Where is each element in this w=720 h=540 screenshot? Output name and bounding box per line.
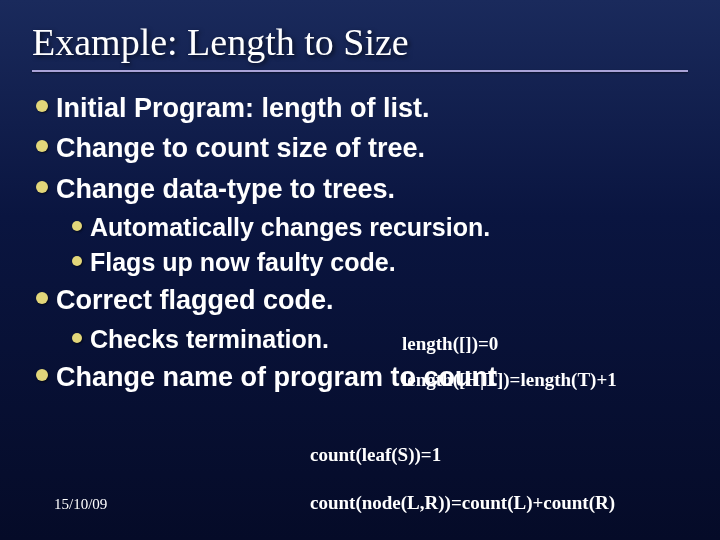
bullet-icon [36, 181, 48, 193]
code-length-base: length([])=0 [402, 333, 498, 355]
code-count-base: count(leaf(S))=1 [310, 444, 441, 466]
bullet-text: Checks termination. [90, 323, 329, 356]
code-length-rec: length([H|T])=length(T)+1 [402, 369, 617, 391]
bullet-auto-recursion: Automatically changes recursion. [72, 211, 692, 244]
bullet-initial-program: Initial Program: length of list. [36, 90, 692, 126]
bullet-text: Change data-type to trees. [56, 171, 395, 207]
bullet-icon [72, 221, 82, 231]
bullet-text: Automatically changes recursion. [90, 211, 490, 244]
bullet-flags-faulty: Flags up now faulty code. [72, 246, 692, 279]
bullet-icon [72, 256, 82, 266]
bullet-checks-termination: Checks termination. [72, 323, 692, 356]
bullet-change-count: Change to count size of tree. [36, 130, 692, 166]
slide-date: 15/10/09 [54, 496, 107, 513]
bullet-text: Change to count size of tree. [56, 130, 425, 166]
bullet-icon [36, 292, 48, 304]
bullet-text: Correct flagged code. [56, 282, 416, 318]
slide-title: Example: Length to Size [32, 20, 692, 64]
bullet-text: Flags up now faulty code. [90, 246, 396, 279]
bullet-text: Initial Program: length of list. [56, 90, 430, 126]
bullet-correct-flagged: Correct flagged code. [36, 282, 692, 318]
code-count-rec: count(node(L,R))=count(L)+count(R) [310, 492, 615, 514]
bullet-change-datatype: Change data-type to trees. [36, 171, 692, 207]
bullet-icon [72, 333, 82, 343]
bullet-icon [36, 369, 48, 381]
bullet-icon [36, 100, 48, 112]
title-underline [32, 70, 688, 72]
bullet-icon [36, 140, 48, 152]
